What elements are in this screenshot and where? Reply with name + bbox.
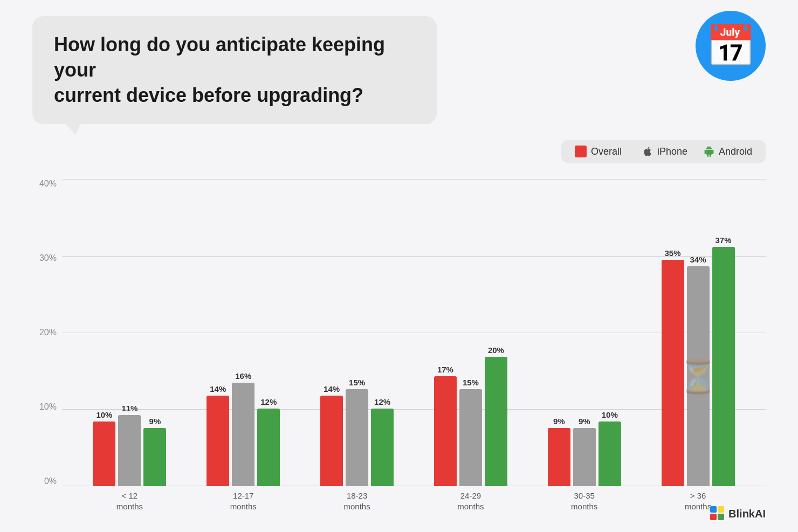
bar-value-2429-android: 20% <box>488 346 504 355</box>
bar-value-lt12-iphone: 11% <box>121 404 137 413</box>
bar-value-1823-android: 12% <box>374 397 390 406</box>
bar-1217-overall <box>207 396 229 486</box>
bar-lt12-overall <box>93 422 115 486</box>
x-label-lt12: < 12months <box>94 490 164 512</box>
bar-3035-iphone <box>573 428 596 486</box>
bars-container: 10% 11% 9% <box>62 179 766 486</box>
y-label-40: 40% <box>32 179 62 189</box>
y-label-20: 20% <box>32 328 62 337</box>
header-area: How long do you anticipate keeping yourc… <box>32 16 766 124</box>
bar-value-3035-overall: 9% <box>553 417 565 426</box>
bar-lt12-android <box>143 428 166 486</box>
bar-group-lt12: 10% 11% 9% <box>93 404 166 486</box>
bar-wrapper-2429-iphone: 15% <box>459 378 482 486</box>
bar-wrapper-1823-android: 12% <box>371 397 394 486</box>
y-label-0: 0% <box>32 476 62 486</box>
x-label-2429: 24-29months <box>436 490 506 512</box>
bar-group-gt36: 35% 34% ⏳ 37% <box>662 236 735 486</box>
x-labels: < 12months 12-17months 18-23months 24-29… <box>62 486 766 516</box>
bar-wrapper-1217-iphone: 16% <box>232 371 254 486</box>
bar-1217-android <box>257 409 280 486</box>
bar-lt12-iphone <box>118 415 141 486</box>
bar-1823-iphone <box>346 389 368 486</box>
bar-value-1823-iphone: 15% <box>349 378 365 387</box>
bar-value-lt12-overall: 10% <box>96 410 112 419</box>
bar-value-2429-iphone: 15% <box>463 378 479 387</box>
bar-value-gt36-iphone: 34% <box>690 255 706 264</box>
bar-2429-android <box>485 357 507 486</box>
android-icon <box>704 146 714 157</box>
bar-2429-overall <box>434 376 457 486</box>
question-text: How long do you anticipate keeping yourc… <box>54 32 415 108</box>
y-label-30: 30% <box>32 253 62 263</box>
legend-label-iphone: iPhone <box>657 146 687 157</box>
svg-rect-2 <box>710 506 717 513</box>
bar-wrapper-lt12-iphone: 11% <box>118 404 141 486</box>
bar-1823-android <box>371 409 394 486</box>
chart-with-axes: 0% 10% 20% 30% 40% <box>32 174 766 516</box>
bar-1823-overall <box>320 396 343 486</box>
bar-wrapper-1217-overall: 14% <box>207 384 229 486</box>
bar-group-1217: 14% 16% 12% <box>207 371 280 486</box>
legend-label-overall: Overall <box>591 146 622 157</box>
svg-rect-1 <box>718 514 724 520</box>
svg-rect-3 <box>718 506 724 513</box>
bar-wrapper-2429-android: 20% <box>485 346 507 486</box>
bar-3035-android <box>598 422 621 486</box>
bar-wrapper-lt12-overall: 10% <box>93 410 115 486</box>
bar-value-3035-android: 10% <box>602 410 618 419</box>
x-label-3035: 30-35months <box>549 490 620 512</box>
chart-body: 10% 11% 9% <box>62 174 766 516</box>
bar-value-1217-android: 12% <box>260 397 277 406</box>
y-label-10: 10% <box>32 402 62 412</box>
bar-gt36-iphone: ⏳ <box>687 266 710 486</box>
bar-1217-iphone <box>232 383 254 486</box>
chart-area: 0% 10% 20% 30% 40% <box>32 174 766 516</box>
bar-value-gt36-android: 37% <box>716 236 732 245</box>
bar-group-2429: 17% 15% 20% <box>434 346 507 486</box>
bar-wrapper-3035-overall: 9% <box>548 417 570 486</box>
bar-wrapper-1823-iphone: 15% <box>346 378 368 486</box>
branding-name: BlinkAI <box>728 508 766 520</box>
bar-wrapper-1217-android: 12% <box>257 397 280 486</box>
blinkai-logo <box>710 506 725 521</box>
bar-wrapper-2429-overall: 17% <box>434 365 457 486</box>
legend-item-android: Android <box>704 146 752 157</box>
bar-value-3035-iphone: 9% <box>579 417 590 426</box>
bar-value-gt36-overall: 35% <box>665 248 681 258</box>
bar-value-lt12-android: 9% <box>149 417 161 426</box>
bar-wrapper-lt12-android: 9% <box>143 417 166 486</box>
bar-gt36-android <box>712 247 735 486</box>
x-label-1217: 12-17months <box>208 490 278 512</box>
question-bubble: How long do you anticipate keeping yourc… <box>32 16 437 124</box>
legend: Overall iPhone Android <box>561 140 766 163</box>
bar-wrapper-gt36-iphone: 34% ⏳ <box>687 255 710 486</box>
bar-value-1217-overall: 14% <box>210 384 226 393</box>
bar-3035-overall <box>548 428 570 486</box>
bar-value-1217-iphone: 16% <box>235 371 251 381</box>
legend-item-iphone: iPhone <box>638 146 687 157</box>
bar-wrapper-3035-android: 10% <box>598 410 621 486</box>
calendar-emoji: 📅 <box>705 26 756 66</box>
legend-label-android: Android <box>719 146 752 157</box>
bar-group-1823: 14% 15% 12% <box>320 378 394 486</box>
branding: BlinkAI <box>710 506 766 521</box>
bar-wrapper-1823-overall: 14% <box>320 384 343 486</box>
legend-container: Overall iPhone Android <box>32 140 766 163</box>
apple-icon-svg <box>642 146 653 157</box>
bar-2429-iphone <box>459 389 482 486</box>
x-label-1823: 18-23months <box>322 490 392 512</box>
legend-item-overall: Overall <box>575 146 622 157</box>
bar-group-3035: 9% 9% 10% <box>548 410 621 486</box>
bar-value-2429-overall: 17% <box>437 365 453 374</box>
y-axis: 0% 10% 20% 30% 40% <box>32 174 62 516</box>
svg-rect-0 <box>710 514 717 520</box>
calendar-icon: 📅 <box>696 11 766 81</box>
bar-wrapper-gt36-android: 37% <box>712 236 735 486</box>
bar-value-1823-overall: 14% <box>324 384 340 393</box>
legend-color-overall <box>575 146 587 157</box>
main-container: How long do you anticipate keeping yourc… <box>0 0 798 532</box>
bar-wrapper-3035-iphone: 9% <box>573 417 596 486</box>
